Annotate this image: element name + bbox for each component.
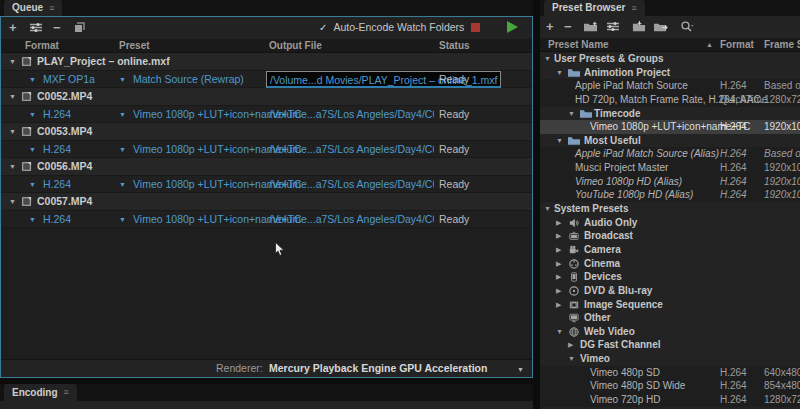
import-preset-icon[interactable] bbox=[632, 20, 646, 33]
queue-output-row[interactable]: ▼ H.264 ▼ Vimeo 1080p +LUT+icon+name+TC … bbox=[1, 176, 532, 194]
preset-row-selected[interactable]: Vimeo 1080p +LUT+icon+name+TC H.264 1920… bbox=[540, 120, 800, 134]
queue-source-row[interactable]: ▼ C0056.MP4 bbox=[1, 158, 532, 176]
tab-queue[interactable]: Queue ≡ bbox=[4, 0, 62, 16]
preset-row[interactable]: Vimeo 480p SD Wide H.264 854x480 bbox=[540, 379, 800, 393]
preset-category-row[interactable]: ▶ DVD & Blu-ray bbox=[540, 284, 800, 298]
preset-dropdown-icon[interactable]: ▼ bbox=[119, 141, 126, 159]
expand-arrow-icon[interactable]: ▶ bbox=[556, 243, 561, 257]
expand-arrow-icon[interactable]: ▼ bbox=[556, 134, 563, 148]
preset-row[interactable]: Vimeo 720p HD H.264 1280x720 bbox=[540, 393, 800, 407]
expand-arrow-icon[interactable]: ▼ bbox=[556, 325, 563, 339]
collapse-arrow-icon[interactable]: ▼ bbox=[9, 88, 16, 106]
preset-row[interactable]: Vimeo 480p SD H.264 640x480 bbox=[540, 366, 800, 380]
collapse-arrow-icon[interactable]: ▼ bbox=[9, 123, 16, 141]
stop-queue-button[interactable] bbox=[471, 23, 480, 32]
queue-source-row[interactable]: ▼ C0057.MP4 bbox=[1, 193, 532, 211]
format-dropdown-icon[interactable]: ▼ bbox=[29, 71, 36, 89]
preset-dropdown-icon[interactable]: ▼ bbox=[119, 71, 126, 89]
output-file-link[interactable]: /Volume...a7S/Los Angeles/Day4/C0056_2.m… bbox=[269, 176, 434, 194]
preset-category-row[interactable]: ▼ Web Video bbox=[540, 325, 800, 339]
expand-arrow-icon[interactable]: ▶ bbox=[568, 338, 573, 352]
preset-category-row[interactable]: ▶ Image Sequence bbox=[540, 298, 800, 312]
preset-folder-row[interactable]: ▼ Most Useful bbox=[540, 134, 800, 148]
preset-alias-row[interactable]: Vimeo 1080p HD (Alias) H.264 1920x1080 bbox=[540, 175, 800, 189]
search-icon[interactable] bbox=[680, 20, 694, 33]
preset-folder-row[interactable]: ▼ Animotion Project bbox=[540, 66, 800, 80]
delete-preset-button[interactable]: − bbox=[564, 19, 572, 34]
expand-arrow-icon[interactable]: ▼ bbox=[556, 66, 563, 80]
tab-preset-browser[interactable]: Preset Browser ≡ bbox=[544, 0, 645, 16]
queue-settings-icon[interactable] bbox=[29, 21, 43, 34]
format-link[interactable]: H.264 bbox=[43, 141, 71, 159]
queue-source-row[interactable]: ▼ C0053.MP4 bbox=[1, 123, 532, 141]
format-dropdown-icon[interactable]: ▼ bbox=[29, 141, 36, 159]
sort-ascending-icon[interactable]: ▲ bbox=[706, 38, 713, 52]
start-queue-button[interactable] bbox=[507, 21, 518, 33]
preset-dropdown-icon[interactable]: ▼ bbox=[119, 211, 126, 229]
expand-arrow-icon[interactable]: ▶ bbox=[556, 257, 561, 271]
column-preset[interactable]: Preset bbox=[119, 39, 150, 53]
panel-menu-icon[interactable]: ≡ bbox=[49, 0, 54, 16]
expand-arrow-icon[interactable]: ▶ bbox=[556, 216, 561, 230]
preset-link[interactable]: Match Source (Rewrap) bbox=[133, 71, 244, 89]
format-link[interactable]: MXF OP1a bbox=[43, 71, 95, 89]
queue-output-row[interactable]: ▼ H.264 ▼ Vimeo 1080p +LUT+icon+name+TC … bbox=[1, 106, 532, 124]
auto-encode-checkbox[interactable]: ✓ Auto-Encode Watch Folders bbox=[319, 21, 464, 33]
expand-arrow-icon[interactable]: ▼ bbox=[544, 52, 551, 66]
preset-category-row[interactable]: ▶ Camera bbox=[540, 243, 800, 257]
expand-arrow-icon[interactable]: ▼ bbox=[568, 352, 575, 366]
output-file-link[interactable]: /Volume...a7S/Los Angeles/Day4/C0052_3.m… bbox=[269, 106, 434, 124]
preset-alias-row[interactable]: Apple iPad Match Source (Alias) H.264 Ba… bbox=[540, 147, 800, 161]
collapse-arrow-icon[interactable]: ▼ bbox=[9, 193, 16, 211]
preset-dropdown-icon[interactable]: ▼ bbox=[119, 176, 126, 194]
output-file-link[interactable]: /Volume...a7S/Los Angeles/Day4/C0053_2.m… bbox=[269, 141, 434, 159]
preset-category-row[interactable]: ▶ Cinema bbox=[540, 257, 800, 271]
collapse-arrow-icon[interactable]: ▼ bbox=[9, 53, 16, 71]
expand-arrow-icon[interactable]: ▶ bbox=[556, 229, 561, 243]
panel-menu-icon[interactable]: ≡ bbox=[631, 0, 636, 16]
preset-settings-icon[interactable] bbox=[606, 20, 620, 33]
column-output-file[interactable]: Output File bbox=[269, 39, 322, 53]
add-source-button[interactable]: + bbox=[9, 20, 17, 35]
expand-arrow-icon[interactable]: ▶ bbox=[556, 284, 561, 298]
collapse-arrow-icon[interactable]: ▼ bbox=[9, 158, 16, 176]
preset-row[interactable]: HD 720p, Match Frame Rate, H.264, AAC...… bbox=[540, 93, 800, 107]
expand-arrow-icon[interactable]: ▼ bbox=[568, 107, 575, 121]
remove-source-button[interactable]: − bbox=[53, 20, 61, 35]
preset-row[interactable]: Musci Project Master H.264 1920x1080 bbox=[540, 161, 800, 175]
preset-folder-row[interactable]: ▼ Timecode bbox=[540, 107, 800, 121]
preset-dropdown-icon[interactable]: ▼ bbox=[119, 106, 126, 124]
preset-alias-row[interactable]: YouTube 1080p HD (Alias) H.264 1920x1080 bbox=[540, 188, 800, 202]
queue-output-row[interactable]: ▼ MXF OP1a ▼ Match Source (Rewrap) /Volu… bbox=[1, 71, 532, 89]
expand-arrow-icon[interactable]: ▶ bbox=[556, 298, 561, 312]
format-link[interactable]: H.264 bbox=[43, 106, 71, 124]
format-link[interactable]: H.264 bbox=[43, 176, 71, 194]
preset-category-row[interactable]: ▶ Broadcast bbox=[540, 229, 800, 243]
column-format[interactable]: Format bbox=[720, 38, 754, 52]
create-preset-button[interactable]: + bbox=[546, 19, 554, 34]
preset-category-row[interactable]: Other bbox=[540, 311, 800, 325]
preset-subcategory-row[interactable]: ▶ DG Fast Channel bbox=[540, 338, 800, 352]
dropdown-caret-icon[interactable]: ▼ bbox=[517, 361, 524, 378]
column-preset-name[interactable]: Preset Name bbox=[548, 38, 609, 52]
preset-category-row[interactable]: ▶ Devices bbox=[540, 270, 800, 284]
tab-encoding[interactable]: Encoding ≡ bbox=[4, 384, 77, 401]
expand-arrow-icon[interactable]: ▶ bbox=[556, 270, 561, 284]
preset-subcategory-row[interactable]: ▼ Vimeo bbox=[540, 352, 800, 366]
queue-source-row[interactable]: ▼ C0052.MP4 bbox=[1, 88, 532, 106]
queue-output-row[interactable]: ▼ H.264 ▼ Vimeo 1080p +LUT+icon+name+TC … bbox=[1, 141, 532, 159]
preset-group-row[interactable]: ▼ User Presets & Groups bbox=[540, 52, 800, 66]
format-link[interactable]: H.264 bbox=[43, 211, 71, 229]
output-file-link[interactable]: /Volume...a7S/Los Angeles/Day4/C0057_2.m… bbox=[269, 211, 434, 229]
preset-group-row[interactable]: ▼ System Presets bbox=[540, 202, 800, 216]
expand-arrow-icon[interactable]: ▼ bbox=[544, 202, 551, 216]
column-format[interactable]: Format bbox=[25, 39, 59, 53]
apply-preset-icon[interactable] bbox=[654, 20, 668, 33]
column-frame-size[interactable]: Frame Size bbox=[764, 38, 800, 52]
panel-menu-icon[interactable]: ≡ bbox=[64, 384, 69, 401]
preset-category-row[interactable]: ▶ Audio Only bbox=[540, 216, 800, 230]
format-dropdown-icon[interactable]: ▼ bbox=[29, 106, 36, 124]
new-group-icon[interactable] bbox=[584, 20, 598, 33]
format-dropdown-icon[interactable]: ▼ bbox=[29, 176, 36, 194]
queue-source-row[interactable]: ▼ PLAY_Project – online.mxf bbox=[1, 53, 532, 71]
